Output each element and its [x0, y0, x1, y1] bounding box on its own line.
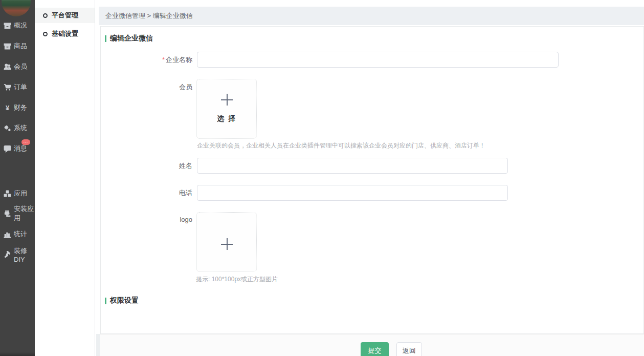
system-icon: [4, 124, 11, 132]
section-header-permissions: 权限设置: [105, 296, 139, 305]
orders-icon: [4, 83, 11, 91]
member-select-box[interactable]: 选 择: [196, 79, 257, 139]
member-help-text: 企业关联的会员，企业相关人员在企业类插件管理中可以搜索该企业会员对应的门店、供应…: [197, 141, 485, 150]
sidebar-item-label: 应用: [14, 189, 27, 198]
sidebar-item-label: 装修DIY: [14, 246, 35, 263]
circle-icon: [43, 13, 48, 18]
sidebar-item-label: 概况: [14, 21, 27, 30]
section-title: 权限设置: [110, 296, 139, 305]
section-accent-bar: [105, 35, 106, 42]
sidebar-item-label: 商品: [14, 41, 27, 51]
sidebar-item-finance[interactable]: ¥ 财务: [0, 102, 35, 113]
page: 概况 商品 会员 订单 ¥ 财务: [0, 0, 644, 356]
sidebar-item-install-apps[interactable]: 安装应用: [0, 208, 35, 219]
sidebar-item-label: 财务: [14, 103, 27, 112]
member-label: 会员: [105, 82, 192, 92]
plus-icon: [221, 238, 233, 250]
sidebar-item-system[interactable]: 系统: [0, 123, 35, 133]
submenu-item-label: 基础设置: [52, 29, 78, 38]
footer-gutter: [96, 334, 100, 356]
sidebar-item-messages[interactable]: 消息: [0, 143, 35, 154]
sidebar-item-apps[interactable]: 应用: [0, 189, 35, 199]
breadcrumb: 企业微信管理 > 编辑企业微信: [99, 7, 644, 25]
submenu-item-label: 平台管理: [52, 11, 78, 20]
members-icon: [4, 63, 11, 71]
content-card: 编辑企业微信 *企业名称 会员 选 择 企业关联的会员，企业相关人员在企业类插件…: [100, 26, 644, 334]
install-apps-icon: [4, 210, 11, 218]
section-title: 编辑企业微信: [110, 34, 153, 43]
main-sidebar: 概况 商品 会员 订单 ¥ 财务: [0, 0, 35, 356]
company-name-input[interactable]: [197, 52, 559, 68]
goods-icon: [4, 43, 11, 50]
finance-icon: ¥: [4, 104, 11, 112]
circle-icon: [43, 32, 48, 36]
decorate-diy-icon: [4, 251, 11, 259]
phone-input[interactable]: [197, 185, 508, 201]
member-choose-label: 选 择: [197, 114, 256, 123]
sidebar-item-overview[interactable]: 概况: [0, 20, 35, 31]
sidebar-item-label: 系统: [14, 123, 27, 133]
sidebar-item-members[interactable]: 会员: [0, 61, 35, 72]
logo-label: logo: [105, 216, 192, 223]
sidebar-item-label: 安装应用: [14, 204, 35, 223]
sidebar-item-decorate-diy[interactable]: 装修DIY: [0, 249, 35, 260]
section-accent-bar: [105, 298, 106, 304]
sidebar-item-statistics[interactable]: 统计: [0, 229, 35, 239]
required-asterisk: *: [162, 56, 165, 64]
sidebar-item-orders[interactable]: 订单: [0, 82, 35, 92]
footer-bar: 提交 返回: [100, 334, 644, 356]
name-label: 姓名: [105, 158, 192, 174]
apps-icon: [4, 190, 11, 198]
sidebar-item-label: 订单: [14, 82, 27, 92]
submenu-item-platform-management[interactable]: 平台管理: [35, 8, 95, 23]
section-header-edit: 编辑企业微信: [105, 34, 153, 43]
logo-upload-box[interactable]: [196, 212, 257, 272]
sidebar-item-label: 消息: [14, 144, 27, 153]
sidebar-item-label: 统计: [14, 229, 27, 239]
phone-label: 电话: [105, 185, 192, 201]
plus-icon: [221, 94, 233, 106]
sidebar-item-label: 会员: [14, 62, 27, 71]
submenu-item-basic-settings[interactable]: 基础设置: [35, 26, 95, 41]
back-button[interactable]: 返回: [396, 342, 422, 356]
name-input[interactable]: [197, 158, 508, 174]
company-name-label: *企业名称: [105, 52, 192, 68]
logo-help-text: 提示: 100*100px或正方型图片: [196, 275, 278, 284]
sub-sidebar: 平台管理 基础设置: [35, 0, 95, 356]
overview-icon: [4, 22, 11, 30]
messages-badge: ...: [21, 139, 30, 145]
avatar[interactable]: [2, 0, 31, 16]
statistics-icon: [4, 231, 11, 238]
messages-icon: [4, 145, 11, 153]
sidebar-item-goods[interactable]: 商品: [0, 41, 35, 51]
submit-button[interactable]: 提交: [361, 342, 389, 356]
